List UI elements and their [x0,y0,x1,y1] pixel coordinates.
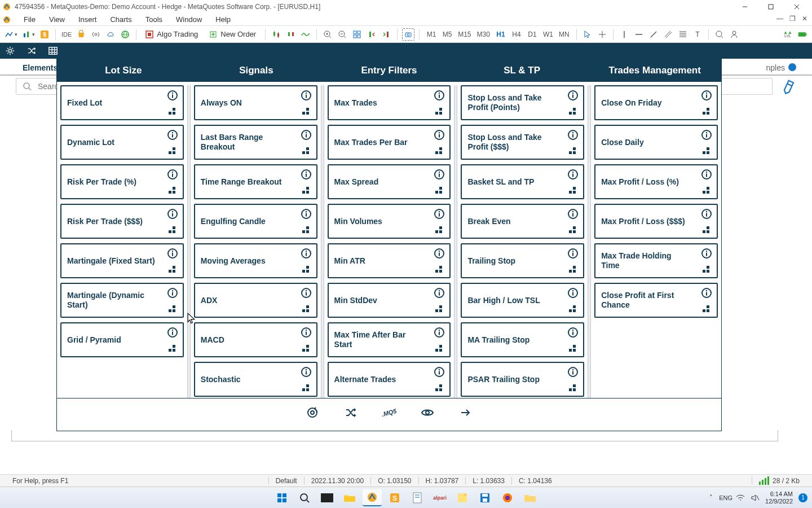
blocks-icon[interactable] [568,344,577,353]
info-icon[interactable] [701,90,712,101]
taskbar-alpari-icon[interactable]: alpari [430,489,449,506]
info-icon[interactable] [167,90,178,101]
search-icon[interactable] [713,28,726,41]
info-icon[interactable] [701,169,712,180]
market-button[interactable] [75,28,87,41]
card-sl-tp-6[interactable]: MA Trailing Stop [461,322,584,357]
info-icon[interactable] [167,248,178,259]
line-chart-dropdown[interactable] [3,28,19,41]
blocks-icon[interactable] [568,225,577,234]
taskbar-mt5-icon[interactable] [363,489,382,506]
card-lot-size-0[interactable]: Fixed Lot [60,85,184,120]
mdi-minimize-button[interactable]: — [775,15,785,23]
signal-button[interactable] [90,28,102,41]
info-icon[interactable] [301,129,312,141]
info-icon[interactable] [301,366,312,378]
info-icon[interactable] [567,169,579,180]
candles-up-down-icon[interactable] [270,28,283,41]
info-icon[interactable] [701,129,712,141]
card-signals-4[interactable]: Moving Averages [194,243,317,278]
blocks-icon[interactable] [435,107,444,116]
card-trades-mgmt-3[interactable]: Max Profit / Loss ($$$) [594,204,718,239]
card-sl-tp-4[interactable]: Trailing Stop [461,243,584,278]
blocks-icon[interactable] [302,265,311,274]
card-signals-7[interactable]: Stochastic [194,362,317,397]
screenshot-icon[interactable] [402,28,414,41]
card-entry-filters-1[interactable]: Max Trades Per Bar [328,125,451,160]
timeframe-h4[interactable]: H4 [509,30,524,38]
info-icon[interactable] [567,129,579,141]
blocks-icon[interactable] [302,186,311,195]
card-entry-filters-0[interactable]: Max Trades [328,85,451,120]
card-sl-tp-7[interactable]: PSAR Trailing Stop [461,362,584,397]
new-order-button[interactable]: +New Order [205,28,261,41]
preview-eye-icon[interactable] [420,405,435,421]
blocks-icon[interactable] [435,186,444,195]
card-trades-mgmt-5[interactable]: Close Profit at First Chance [594,283,718,318]
zoom-in-button[interactable] [321,28,334,41]
line-wave-icon[interactable] [299,28,312,41]
account-icon[interactable] [728,28,740,41]
info-icon[interactable] [701,208,712,220]
card-lot-size-5[interactable]: Martingale (Dynamic Start) [60,283,184,318]
timeframe-w1[interactable]: W1 [541,30,555,38]
tray-chevron-up-icon[interactable]: ˄ [707,493,716,502]
info-icon[interactable] [167,208,178,220]
crosshair-icon[interactable] [596,28,608,41]
shift-right-icon[interactable] [380,28,392,41]
taskbar-app1-icon[interactable]: S [385,489,404,506]
pointer-icon[interactable] [581,28,594,41]
channel-icon[interactable] [662,28,674,41]
blocks-icon[interactable] [302,146,311,155]
shift-left-icon[interactable] [365,28,378,41]
blocks-icon[interactable] [568,186,577,195]
menu-charts[interactable]: Charts [103,14,138,25]
taskbar-explorer-icon[interactable] [340,489,359,506]
grid-icon[interactable] [351,28,363,41]
blocks-icon[interactable] [702,186,711,195]
fibo-icon[interactable] [677,28,689,41]
info-icon[interactable] [301,327,312,338]
forward-arrow-icon[interactable] [458,405,474,421]
card-signals-2[interactable]: Time Range Breakout [194,164,317,199]
info-icon[interactable] [434,169,445,180]
blocks-icon[interactable] [302,304,311,313]
card-lot-size-2[interactable]: Risk Per Trade (%) [60,164,184,199]
blocks-icon[interactable] [302,107,311,116]
blocks-icon[interactable] [435,225,444,234]
lvl-indicator-icon[interactable]: ▲▲LVL [782,28,794,41]
card-lot-size-6[interactable]: Grid / Pyramid [60,322,184,357]
tray-lang-label[interactable]: ENG [721,493,730,502]
taskbar-search-icon[interactable] [295,489,314,506]
vline-icon[interactable] [618,28,630,41]
blocks-icon[interactable] [568,304,577,313]
eraser-icon[interactable] [779,77,798,95]
zoom-out-button[interactable] [336,28,348,41]
info-icon[interactable] [567,208,579,220]
info-icon[interactable] [567,90,579,101]
card-entry-filters-6[interactable]: Max Time After Bar Start [328,322,451,357]
window-close-button[interactable] [784,0,810,14]
card-trades-mgmt-1[interactable]: Close Daily [594,125,718,160]
taskbar-save-icon[interactable] [475,489,495,506]
blocks-icon[interactable] [435,304,444,313]
timeframe-d1[interactable]: D1 [525,30,540,38]
menu-window[interactable]: Window [169,14,209,25]
card-signals-5[interactable]: ADX [194,283,317,318]
candles-both-icon[interactable] [285,28,297,41]
info-icon[interactable] [567,248,579,259]
blocks-icon[interactable] [702,225,711,234]
card-signals-1[interactable]: Last Bars Range Breakout [194,125,317,160]
window-minimize-button[interactable] [732,0,758,14]
info-icon[interactable] [301,90,312,101]
trendline-icon[interactable] [647,28,660,41]
bar-chart-dropdown[interactable] [21,28,36,41]
hline-icon[interactable] [633,28,645,41]
timeframe-m5[interactable]: M5 [440,30,454,38]
blocks-icon[interactable] [168,265,177,274]
info-icon[interactable] [167,129,178,141]
card-entry-filters-4[interactable]: Min ATR [328,243,451,278]
rebuild-icon[interactable] [304,405,320,421]
blocks-icon[interactable] [168,107,177,116]
taskbar-terminal-icon[interactable] [317,489,337,506]
